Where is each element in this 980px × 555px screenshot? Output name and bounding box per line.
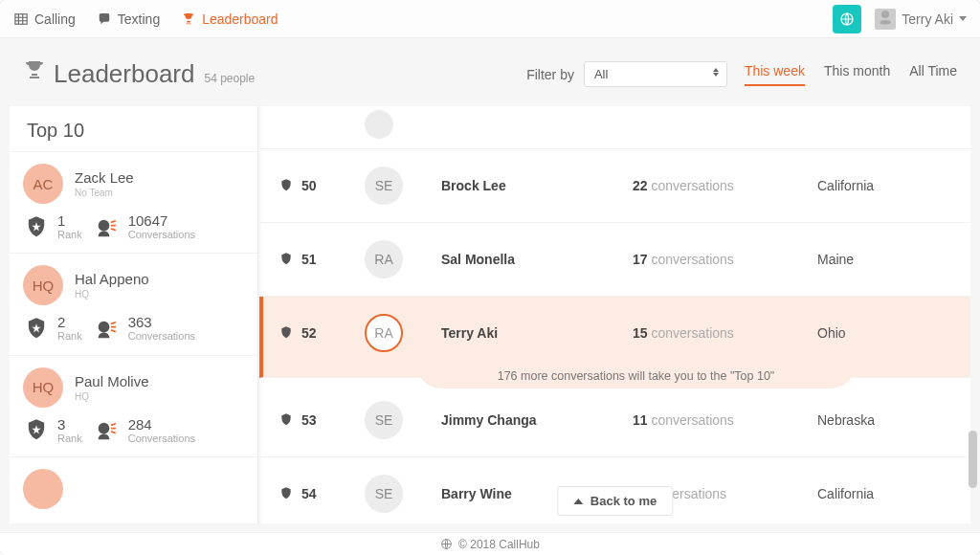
filter-select[interactable]: All bbox=[584, 61, 727, 87]
rank-value: 54 bbox=[301, 486, 317, 501]
person-name: Jimmy Changa bbox=[441, 412, 633, 428]
table-row[interactable]: 50SEBrock Lee22 conversationsCalifornia bbox=[259, 149, 970, 223]
back-to-me-button[interactable]: Back to me bbox=[557, 486, 673, 516]
nav-calling[interactable]: Calling bbox=[13, 11, 76, 27]
person-name: Sal Monella bbox=[441, 252, 633, 267]
conv-label: conversations bbox=[651, 178, 733, 193]
conversations-icon bbox=[94, 214, 121, 241]
team-label: HQ bbox=[75, 289, 149, 300]
table-row[interactable]: 53SEJimmy Changa11 conversationsNebraska bbox=[259, 384, 970, 457]
nav-calling-label: Calling bbox=[34, 11, 76, 27]
person-name: Paul Molive bbox=[75, 373, 149, 389]
user-avatar-icon bbox=[875, 9, 896, 30]
rank-label: Rank bbox=[57, 432, 82, 445]
rank-value: 53 bbox=[301, 412, 317, 428]
trophy-icon bbox=[181, 11, 196, 27]
conversations-icon bbox=[94, 316, 121, 343]
tab-all-time[interactable]: All Time bbox=[909, 63, 957, 86]
back-to-me-label: Back to me bbox=[590, 494, 657, 508]
globe-button[interactable] bbox=[833, 5, 861, 33]
avatar: SE bbox=[365, 475, 403, 513]
footer: © 2018 CallHub bbox=[0, 532, 980, 555]
tab-this-week[interactable]: This week bbox=[745, 63, 805, 86]
rank-label: Rank bbox=[57, 228, 82, 241]
location: California bbox=[817, 486, 951, 501]
location: Maine bbox=[817, 252, 951, 267]
nav-texting[interactable]: Texting bbox=[97, 11, 160, 27]
shield-icon bbox=[278, 252, 294, 267]
top-nav: Calling Texting Leaderboard bbox=[0, 0, 980, 38]
person-name: Zack Lee bbox=[75, 169, 134, 186]
page-title: Leaderboard bbox=[54, 59, 194, 89]
chat-icon bbox=[97, 11, 112, 27]
shield-icon bbox=[23, 214, 50, 241]
top10-card[interactable]: HQPaul MoliveHQ3Rank284Conversations bbox=[10, 355, 257, 456]
shield-icon bbox=[278, 412, 294, 428]
conv-count: 11 bbox=[633, 412, 648, 428]
person-name: Terry Aki bbox=[441, 325, 633, 341]
avatar bbox=[23, 469, 63, 509]
shield-icon bbox=[23, 316, 50, 343]
location: Ohio bbox=[817, 325, 951, 341]
svg-rect-0 bbox=[15, 13, 27, 24]
top10-card[interactable] bbox=[10, 456, 257, 509]
conv-count: 15 bbox=[633, 325, 648, 341]
team-label: HQ bbox=[75, 391, 149, 402]
footer-text: © 2018 CallHub bbox=[458, 538, 540, 551]
svg-point-7 bbox=[98, 423, 109, 434]
user-menu[interactable]: Terry Aki bbox=[875, 9, 967, 30]
shield-icon bbox=[23, 417, 50, 444]
rank-value: 2 bbox=[57, 315, 82, 329]
chevron-down-icon bbox=[959, 16, 967, 21]
conv-label: conversations bbox=[651, 325, 733, 341]
avatar: RA bbox=[365, 240, 403, 278]
shield-icon bbox=[278, 178, 294, 193]
nav-leaderboard[interactable]: Leaderboard bbox=[181, 11, 278, 27]
table-row[interactable]: 51RASal Monella17 conversationsMaine bbox=[259, 223, 970, 297]
table-row bbox=[259, 106, 970, 149]
scrollbar[interactable] bbox=[969, 431, 977, 488]
top10-sidebar: Top 10 ACZack LeeNo Team1Rank10647Conver… bbox=[10, 106, 258, 523]
shield-icon bbox=[278, 486, 294, 501]
avatar: HQ bbox=[23, 265, 63, 305]
avatar: SE bbox=[365, 401, 403, 439]
person-name: Brock Lee bbox=[441, 178, 633, 193]
team-label: No Team bbox=[75, 188, 134, 198]
conv-count: 22 bbox=[633, 178, 648, 193]
rank-value: 50 bbox=[301, 178, 317, 193]
top10-card[interactable]: HQHal AppenoHQ2Rank363Conversations bbox=[10, 253, 257, 354]
location: Nebraska bbox=[817, 412, 951, 428]
conv-label: Conversations bbox=[128, 432, 195, 445]
shield-icon bbox=[278, 325, 294, 341]
top10-card[interactable]: ACZack LeeNo Team1Rank10647Conversations bbox=[10, 151, 257, 253]
table-row-me[interactable]: 52RATerry Aki15 conversationsOhio176 mor… bbox=[259, 297, 970, 378]
location: California bbox=[817, 178, 951, 193]
conv-value: 284 bbox=[128, 417, 195, 432]
tab-this-month[interactable]: This month bbox=[824, 63, 890, 86]
rank-value: 51 bbox=[301, 252, 317, 267]
conv-label: conversations bbox=[651, 412, 733, 428]
rank-label: Rank bbox=[57, 329, 82, 343]
svg-point-3 bbox=[98, 219, 109, 231]
leaderboard-list: 50SEBrock Lee22 conversationsCalifornia5… bbox=[258, 106, 970, 523]
person-name: Hal Appeno bbox=[75, 271, 149, 287]
page-header: Leaderboard 54 people Filter by All This… bbox=[10, 56, 970, 106]
sidebar-title: Top 10 bbox=[10, 120, 257, 151]
conv-count: 17 bbox=[633, 252, 648, 267]
avatar: RA bbox=[365, 314, 403, 352]
rank-value: 52 bbox=[301, 325, 317, 341]
filter-value: All bbox=[594, 67, 608, 81]
avatar: SE bbox=[365, 166, 403, 205]
globe-icon bbox=[440, 538, 453, 550]
conversations-icon bbox=[94, 417, 121, 444]
filter-label: Filter by bbox=[526, 67, 574, 82]
conv-label: Conversations bbox=[128, 329, 195, 343]
trophy-icon bbox=[23, 59, 44, 80]
chevron-up-icon bbox=[573, 499, 583, 504]
avatar: HQ bbox=[23, 367, 63, 408]
conv-label: Conversations bbox=[128, 228, 195, 241]
svg-point-5 bbox=[98, 322, 109, 333]
user-name: Terry Aki bbox=[902, 11, 953, 27]
conv-value: 363 bbox=[128, 315, 195, 329]
people-count: 54 people bbox=[204, 72, 255, 85]
